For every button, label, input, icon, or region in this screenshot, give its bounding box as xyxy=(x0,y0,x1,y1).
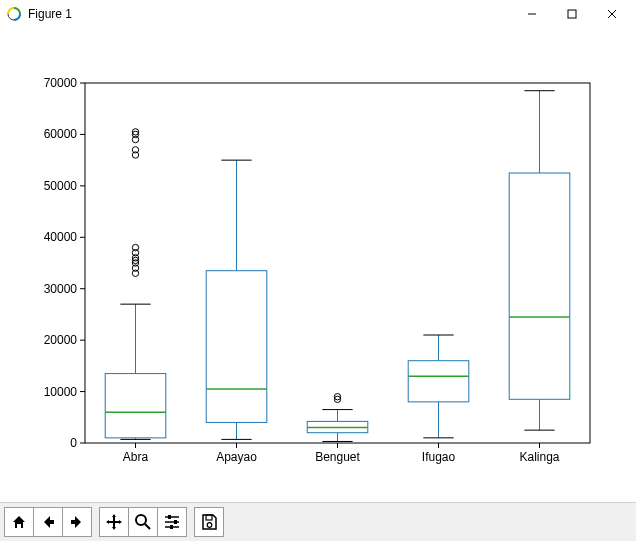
svg-rect-2 xyxy=(568,10,576,18)
zoom-icon xyxy=(134,513,152,531)
minimize-button[interactable] xyxy=(512,2,552,26)
maximize-icon xyxy=(566,8,578,20)
ytick-label: 0 xyxy=(70,436,77,450)
svg-line-40 xyxy=(145,524,150,529)
window: Figure 1 010000200003000040000500006 xyxy=(0,0,636,541)
ytick-label: 30000 xyxy=(44,282,78,296)
pan-button[interactable] xyxy=(99,507,129,537)
ytick-label: 10000 xyxy=(44,385,78,399)
ytick-label: 50000 xyxy=(44,179,78,193)
svg-rect-46 xyxy=(170,525,173,529)
svg-rect-42 xyxy=(168,515,171,519)
zoom-button[interactable] xyxy=(128,507,158,537)
ytick-label: 40000 xyxy=(44,230,78,244)
plot-area: 010000200003000040000500006000070000Abra… xyxy=(0,28,636,502)
ytick-label: 70000 xyxy=(44,76,78,90)
forward-button[interactable] xyxy=(62,507,92,537)
forward-icon xyxy=(68,513,86,531)
ytick-label: 60000 xyxy=(44,127,78,141)
save-icon xyxy=(200,513,218,531)
box xyxy=(408,361,469,402)
ytick-label: 20000 xyxy=(44,333,78,347)
pan-icon xyxy=(105,513,123,531)
window-title: Figure 1 xyxy=(28,7,512,21)
view-group xyxy=(99,507,186,537)
nav-group xyxy=(4,507,91,537)
home-icon xyxy=(10,513,28,531)
file-group xyxy=(194,507,223,537)
app-icon xyxy=(6,6,22,22)
svg-point-48 xyxy=(207,523,212,528)
xtick-label: Ifugao xyxy=(422,450,456,464)
close-button[interactable] xyxy=(592,2,632,26)
back-icon xyxy=(39,513,57,531)
close-icon xyxy=(606,8,618,20)
back-button[interactable] xyxy=(33,507,63,537)
xtick-label: Kalinga xyxy=(519,450,559,464)
window-controls xyxy=(512,2,632,26)
maximize-button[interactable] xyxy=(552,2,592,26)
xtick-label: Apayao xyxy=(216,450,257,464)
box xyxy=(206,271,267,423)
sliders-icon xyxy=(163,513,181,531)
svg-rect-44 xyxy=(174,520,177,524)
box xyxy=(509,173,570,399)
boxplot-chart: 010000200003000040000500006000070000Abra… xyxy=(0,28,636,502)
save-button[interactable] xyxy=(194,507,224,537)
configure-button[interactable] xyxy=(157,507,187,537)
toolbar xyxy=(0,502,636,541)
box xyxy=(105,374,166,438)
svg-point-39 xyxy=(136,515,146,525)
home-button[interactable] xyxy=(4,507,34,537)
titlebar: Figure 1 xyxy=(0,0,636,28)
minimize-icon xyxy=(526,8,538,20)
xtick-label: Benguet xyxy=(315,450,360,464)
xtick-label: Abra xyxy=(123,450,149,464)
